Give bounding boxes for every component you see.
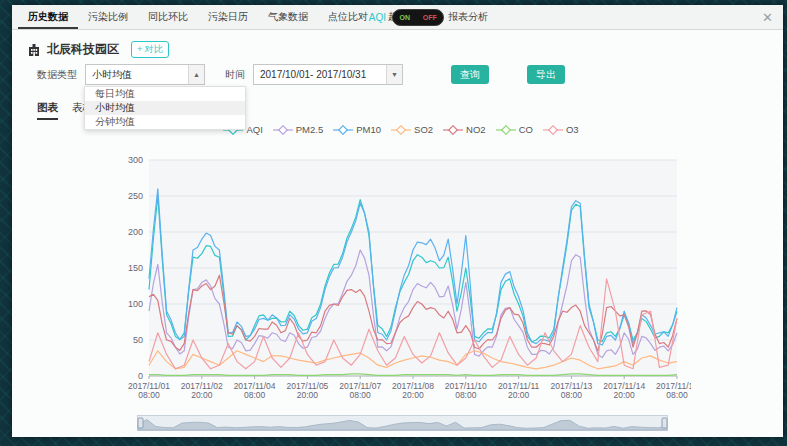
- legend-marker-icon: [333, 125, 353, 135]
- data-type-value: 小时均值: [86, 68, 138, 82]
- time-range-select[interactable]: 2017/10/01- 2017/10/31 ▼: [253, 64, 403, 85]
- legend-label: PM10: [356, 124, 381, 135]
- y-tick-label: 250: [128, 191, 143, 201]
- legend-item-o3[interactable]: O3: [543, 124, 579, 135]
- y-tick-label: 300: [128, 155, 143, 165]
- x-tick-time: 20:00: [191, 390, 213, 400]
- legend-marker-icon: [496, 125, 516, 135]
- toggle-off-label: OFF: [423, 14, 437, 21]
- legend-marker-icon: [273, 125, 293, 135]
- station-name: 北辰科技园区: [47, 41, 119, 58]
- legend-marker-icon: [391, 125, 411, 135]
- legend-item-co[interactable]: CO: [496, 124, 533, 135]
- x-tick-time: 08:00: [350, 390, 372, 400]
- nav-tab-5[interactable]: 气象数据: [258, 5, 318, 29]
- legend-item-so2[interactable]: SO2: [391, 124, 433, 135]
- data-type-label: 数据类型: [37, 68, 77, 82]
- x-tick-time: 08:00: [455, 390, 477, 400]
- y-tick-label: 100: [128, 299, 143, 309]
- data-type-dropdown: 每日均值小时均值分钟均值: [84, 86, 246, 130]
- filter-row: 数据类型 小时均值 ▲ 时间 2017/10/01- 2017/10/31 ▼ …: [37, 64, 565, 85]
- query-button[interactable]: 查询: [451, 65, 489, 84]
- time-range-value: 2017/10/01- 2017/10/31: [254, 69, 372, 80]
- nav-tab-2[interactable]: 污染比例: [78, 5, 138, 29]
- station-header: 北辰科技园区 + 对比: [27, 41, 169, 58]
- datazoom-canvas[interactable]: [137, 415, 668, 433]
- x-tick-time: 08:00: [666, 390, 688, 400]
- x-tick-time: 20:00: [297, 390, 319, 400]
- dropdown-option-1[interactable]: 每日均值: [85, 87, 245, 101]
- legend-item-no2[interactable]: NO2: [443, 124, 486, 135]
- nav-tab-4[interactable]: 污染日历: [198, 5, 258, 29]
- datazoom-handle-right[interactable]: [662, 418, 667, 428]
- toggle-on-label: ON: [399, 14, 410, 21]
- chevron-up-icon: ▲: [188, 65, 204, 84]
- legend-label: AQI: [246, 124, 262, 135]
- y-tick-label: 150: [128, 263, 143, 273]
- x-tick-time: 08:00: [561, 390, 583, 400]
- legend-item-pm10[interactable]: PM10: [333, 124, 381, 135]
- datazoom-handle-left[interactable]: [138, 418, 143, 428]
- nav-tab-3[interactable]: 同比环比: [138, 5, 198, 29]
- data-type-select[interactable]: 小时均值 ▲: [85, 64, 205, 85]
- legend-label: PM2.5: [296, 124, 323, 135]
- x-tick-time: 20:00: [402, 390, 424, 400]
- x-tick-time: 08:00: [138, 390, 160, 400]
- legend-label: SO2: [414, 124, 433, 135]
- legend-item-pm2_5[interactable]: PM2.5: [273, 124, 323, 135]
- aqi-toggle-switch[interactable]: ON OFF: [392, 9, 444, 26]
- top-nav: 历史数据污染比例同比环比污染日历气象数据点位比对超标统计报表分析 AQI ON …: [12, 5, 783, 30]
- chevron-down-icon: ▼: [386, 65, 402, 84]
- close-icon[interactable]: ✕: [762, 11, 773, 24]
- export-button[interactable]: 导出: [527, 65, 565, 84]
- dropdown-option-3[interactable]: 分钟均值: [85, 115, 245, 129]
- dropdown-option-2[interactable]: 小时均值: [85, 101, 245, 115]
- legend-label: NO2: [466, 124, 486, 135]
- x-tick-time: 20:00: [614, 390, 636, 400]
- aqi-toggle-label: AQI: [369, 12, 386, 23]
- legend-label: O3: [566, 124, 579, 135]
- nav-tab-1[interactable]: 历史数据: [18, 5, 78, 29]
- history-data-panel: 历史数据污染比例同比环比污染日历气象数据点位比对超标统计报表分析 AQI ON …: [12, 5, 783, 437]
- chart-canvas: 0501001502002503002017/11/0108:002017/11…: [105, 146, 691, 412]
- legend-marker-icon: [543, 125, 563, 135]
- legend-marker-icon: [443, 125, 463, 135]
- line-chart: 0501001502002503002017/11/0108:002017/11…: [105, 146, 691, 416]
- nav-right: AQI ON OFF ✕: [369, 5, 783, 29]
- datazoom-slider[interactable]: [137, 415, 668, 437]
- x-tick-time: 08:00: [244, 390, 266, 400]
- y-tick-label: 200: [128, 227, 143, 237]
- compare-button[interactable]: + 对比: [131, 41, 169, 58]
- view-tab-1[interactable]: 图表: [37, 101, 58, 120]
- app-screen: 历史数据污染比例同比环比污染日历气象数据点位比对超标统计报表分析 AQI ON …: [0, 0, 787, 446]
- building-icon: [27, 43, 41, 57]
- time-label: 时间: [225, 68, 245, 82]
- y-tick-label: 50: [133, 335, 143, 345]
- x-tick-time: 20:00: [508, 390, 530, 400]
- legend-label: CO: [519, 124, 533, 135]
- y-tick-label: 0: [138, 371, 143, 381]
